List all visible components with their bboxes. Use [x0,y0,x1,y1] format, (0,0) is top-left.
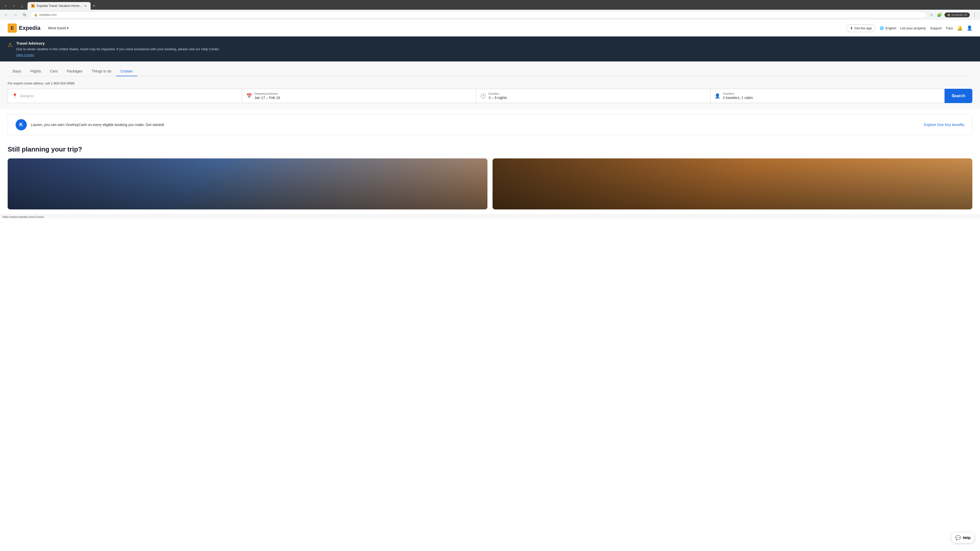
going-to-placeholder: Going to [20,94,34,98]
avatar-letter: K [19,122,23,127]
duration-value: 3 – 9 nights [488,96,507,100]
onekey-banner: K Lauren, you can earn OneKeyCash on eve… [8,114,972,135]
onekey-avatar: K [16,119,27,130]
support-btn[interactable]: Support [930,26,942,30]
travelers-label: Travelers [723,92,753,95]
tab-stays[interactable]: Stays [8,67,26,76]
support-label: Support [930,26,942,30]
incognito-btn[interactable]: 🕵 Incognito (2) [945,13,970,17]
trips-label: Trips [946,26,953,30]
search-button[interactable]: Search [945,89,972,103]
planning-title: Still planning your trip? [8,145,972,153]
going-to-content: Going to [20,94,34,98]
bookmark-btn[interactable]: ☆ [929,11,934,18]
trips-btn[interactable]: Trips [946,26,953,30]
forward-btn[interactable]: → [12,11,19,18]
going-to-field[interactable]: 📍 Going to [8,89,242,103]
tab-forward-btn[interactable]: › [10,2,18,10]
clock-icon: 🕐 [480,93,486,99]
list-property-label: List your property [900,26,926,30]
status-url: https://www.expedia.com/Cruises [3,215,44,218]
tab-flights[interactable]: Flights [26,67,45,76]
more-travel-label: More travel [48,26,66,30]
active-tab[interactable]: E Expedia Travel: Vacation Home... ✕ [27,2,91,10]
tab-back-btn[interactable]: ‹ [2,2,9,10]
card-overlay-left [8,159,487,210]
page-content: E Expedia More travel ▾ ⬇ Get the app 🌐 … [0,20,980,214]
browser-chrome: ‹ › ⌄ E Expedia Travel: Vacation Home...… [0,0,980,20]
travel-advisory-banner: ⚠ Travel Advisory Due to winter weather … [0,37,980,62]
travelers-field[interactable]: 👤 Travelers 2 travelers, 1 cabin [711,89,945,103]
advisory-text: Due to winter weather in the United Stat… [16,47,972,52]
departing-field[interactable]: 📅 Departing between Jan 17 – Feb 16 [242,89,476,103]
tab-close-btn[interactable]: ✕ [84,4,87,8]
travelers-icon: 👤 [714,93,720,99]
search-section: Stays Flights Cars Packages Things to do… [0,62,980,109]
extension-btn[interactable]: 🧩 [936,11,943,18]
duration-field[interactable]: 🕐 Duration 3 – 9 nights [476,89,711,103]
logo-link[interactable]: E Expedia [8,24,40,33]
account-btn[interactable]: 👤 [967,25,972,31]
incognito-label: Incognito (2) [952,13,967,16]
toolbar-actions: ☆ 🧩 🕵 Incognito (2) ⋮ [929,11,977,18]
planning-card-left[interactable] [8,159,487,210]
explore-onekey-link[interactable]: Explore One Key benefits [924,123,964,127]
planning-cards [8,159,972,210]
search-tabs: Stays Flights Cars Packages Things to do… [8,67,972,76]
tab-title: Expedia Travel: Vacation Home... [37,4,82,8]
duration-content: Duration 3 – 9 nights [488,92,507,100]
travelers-value: 2 travelers, 1 cabin [723,96,753,100]
planning-section: Still planning your trip? [0,140,980,214]
browser-toolbar: ← → ↻ 🔒 expedia.com ☆ 🧩 🕵 Incognito (2) … [0,10,980,20]
browser-tabs-bar: ‹ › ⌄ E Expedia Travel: Vacation Home...… [0,0,980,10]
get-app-label: Get the app [854,26,872,30]
advisory-title: Travel Advisory [16,41,972,45]
get-app-btn[interactable]: ⬇ Get the app [846,24,876,32]
departing-content: Departing between Jan 17 – Feb 16 [255,92,280,100]
travelers-content: Travelers 2 travelers, 1 cabin [723,92,753,100]
reload-btn[interactable]: ↻ [21,11,28,18]
logo-icon: E [8,24,17,33]
planning-card-right[interactable] [493,159,972,210]
incognito-icon: 🕵 [947,13,951,17]
list-property-btn[interactable]: List your property [900,26,926,30]
header-actions: ⬇ Get the app 🌐 English List your proper… [846,24,972,32]
status-bar: https://www.expedia.com/Cruises [0,214,980,219]
more-travel-btn[interactable]: More travel ▾ [45,24,71,32]
back-btn[interactable]: ← [3,11,10,18]
tab-favicon: E [31,4,35,8]
location-icon: 📍 [12,93,18,99]
globe-icon: 🌐 [880,26,884,30]
address-text[interactable]: expedia.com [39,13,57,17]
help-center-link[interactable]: Help Center [16,53,972,57]
tab-nav-buttons: ‹ › ⌄ [2,2,25,10]
notifications-btn[interactable]: 🔔 [957,25,963,31]
cruise-advisory-text: For expert cruise advice, call 1-800-916… [8,81,972,85]
address-bar[interactable]: 🔒 expedia.com [30,11,927,18]
advisory-content: Travel Advisory Due to winter weather in… [16,41,972,57]
onekey-message: Lauren, you can earn OneKeyCash on every… [31,123,924,127]
chevron-down-icon: ▾ [67,26,68,30]
english-btn[interactable]: 🌐 English [880,26,896,30]
tab-packages[interactable]: Packages [62,67,87,76]
search-fields: 📍 Going to 📅 Departing between Jan 17 – … [8,89,972,103]
departing-label: Departing between [255,92,280,95]
tab-things-to-do[interactable]: Things to do [87,67,116,76]
lock-icon: 🔒 [34,13,38,17]
calendar-icon: 📅 [246,93,252,99]
warning-icon: ⚠ [8,41,13,48]
tab-cars[interactable]: Cars [45,67,62,76]
download-icon: ⬇ [850,26,853,30]
departing-value: Jan 17 – Feb 16 [255,96,280,100]
site-header: E Expedia More travel ▾ ⬇ Get the app 🌐 … [0,20,980,37]
new-tab-btn[interactable]: + [91,2,97,10]
menu-btn[interactable]: ⋮ [971,11,977,18]
logo-text: Expedia [19,25,40,32]
english-label: English [885,26,896,30]
tab-expand-btn[interactable]: ⌄ [18,2,25,10]
card-overlay-right [493,159,972,210]
tab-cruises[interactable]: Cruises [116,67,137,76]
duration-label: Duration [488,92,507,95]
